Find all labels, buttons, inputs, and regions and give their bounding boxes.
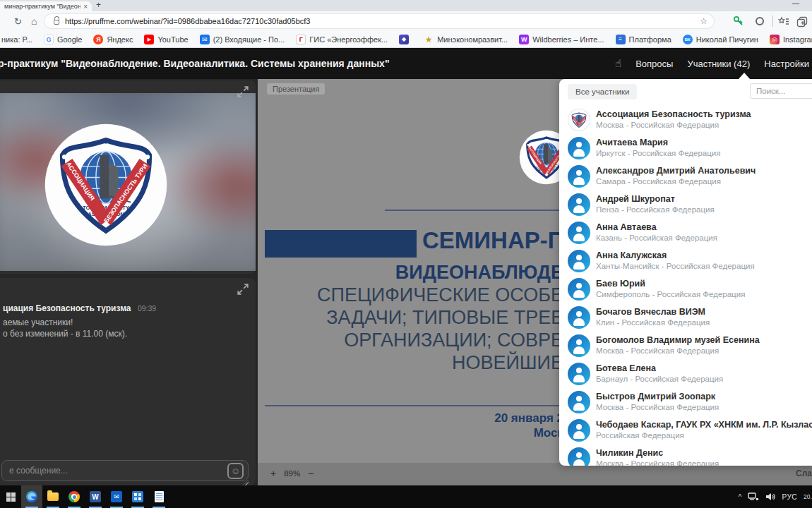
tray-chevron-icon[interactable]: ^ [739,493,742,501]
taskbar-edge[interactable] [21,485,42,508]
person-icon [568,137,590,159]
close-tab-icon[interactable]: × [83,3,88,11]
password-key-icon[interactable] [733,16,744,27]
bookmark-item[interactable]: ★ Минэкономразвит... [424,35,508,44]
person-icon [568,334,590,357]
language-indicator[interactable]: РУС [782,493,797,501]
participant-name: Бочагов Вячеслав ВИЭМ [596,307,705,317]
menu-questions[interactable]: Вопросы [635,59,673,69]
bookmark-favicon: ≡ [616,35,626,44]
start-button[interactable] [0,485,21,508]
bookmark-item[interactable]: ВК Николай Пичугин [683,35,758,44]
taskbar-clock[interactable]: 20. [804,493,812,500]
bookmark-item[interactable]: ▶ YouTube [144,35,188,44]
network-icon[interactable] [748,492,759,502]
bookmark-item[interactable]: ника: Р... [1,35,32,44]
expand-video-icon[interactable] [237,86,249,97]
zoom-out-button[interactable]: − [308,468,314,479]
association-logo [44,123,168,247]
participant-avatar [568,109,590,131]
taskbar-explorer[interactable] [42,485,64,508]
bookmark-item[interactable]: ◎ Instagram [770,35,812,44]
chat-message: циация Безопасность туризма 09:39 аемые … [3,303,250,339]
menu-participants[interactable]: Участники (42) [687,59,750,69]
participant-location: Симферополь - Российская Федерация [596,290,745,298]
favorite-star-icon[interactable]: ☆ [700,16,707,26]
bookmark-item[interactable]: G Google [44,35,82,44]
menu-settings[interactable]: Настройки [764,59,809,69]
webinar-title: р-практикум "Видеонаблюдение. Видеоанали… [0,58,390,69]
zoom-controls: + 89% − [270,468,314,479]
participants-search-input[interactable] [750,83,812,99]
blue-app-icon [132,491,143,502]
participant-name: Александров Дмитрий Анатольевич [596,166,756,176]
participant-row[interactable]: Анна Автаева Казань - Российская Федерац… [559,220,812,248]
emoji-icon[interactable]: ☺ [227,463,244,479]
refresh-icon[interactable]: ↻ [14,16,22,27]
minimize-window-button[interactable]: — [792,0,799,7]
participants-panel: Все участники Ассоциация Безопасность ту… [559,79,812,466]
tab-groups-icon[interactable] [796,16,808,28]
taskbar-mail[interactable]: ✉ [106,485,127,508]
taskbar-chrome[interactable] [64,485,85,508]
participant-location: Москва - Российская Федерация [596,403,719,411]
participant-row[interactable]: Анна Калужская Ханты-Мансийск - Российск… [559,248,812,277]
slide-text-block: ВИДЕОНАБЛЮДЕ СПЕЦИФИЧЕСКИЕ ОСОБЕЗАДАЧИ; … [317,261,563,374]
participant-location: Самара - Российская Федерация [596,177,721,186]
taskbar-app[interactable] [127,485,148,508]
presentation-tab[interactable]: Презентация [267,83,325,95]
bookmark-item[interactable]: ≡ Платформа [616,35,671,44]
participant-row[interactable]: Александров Дмитрий Анатольевич Самара -… [559,164,812,192]
home-icon[interactable]: ⌂ [31,16,37,27]
participant-row[interactable]: Баев Юрий Симферополь - Российская Федер… [559,277,812,305]
participant-location: Иркутск - Российская Федерация [596,149,721,157]
bookmark-item[interactable]: W Wildberries – Инте... [519,35,604,44]
lock-icon [54,20,59,25]
participant-location: Клин - Российская Федерация [596,318,710,327]
bookmark-item[interactable]: Я Яндекс [93,35,133,44]
browser-tab-strip: минар-практикум "Видеона × + — [0,0,812,11]
participant-row[interactable]: Андрей Шкуропат Пенза - Российская Федер… [559,192,812,220]
chat-input[interactable] [8,464,198,478]
participant-avatar [568,193,590,216]
address-bar[interactable]: https://pruffme.com/webinar/?id=0986dbab… [44,13,715,29]
raise-hand-icon[interactable]: ☝ [615,57,621,70]
volume-icon[interactable] [765,492,775,502]
participants-filter-button[interactable]: Все участники [568,84,637,99]
slide-text-line: ОРГАНИЗАЦИИ; СОВРЕ [317,329,563,351]
participant-name: Ассоциация Безопасность туризма [596,109,751,119]
participant-name: Богомолов Владимир музей Есенина [596,335,760,345]
taskbar-notes[interactable] [148,485,169,508]
person-icon [568,278,590,301]
participant-location: Барнаул - Российская Федерация [596,375,723,383]
collections-icon[interactable] [778,16,789,28]
participant-row[interactable]: Ассоциация Безопасность туризма Москва -… [559,107,812,135]
participant-row[interactable]: Чебодаев Каскар, ГАУК РХ «ХНКМ им. Л.Р. … [559,418,812,446]
bookmark-item[interactable]: ✉ (2) Входящие - По... [200,35,285,44]
chat-timestamp: 09:39 [138,304,156,313]
participant-row[interactable]: Чиликин Денис Москва - Российская Федера… [559,446,812,466]
bookmark-item[interactable]: Г ГИС «Энергоэффек... [296,35,388,44]
participant-row[interactable]: Ботева Елена Барнаул - Российская Федера… [559,361,812,389]
browser-tab[interactable]: минар-практикум "Видеона × [0,1,92,11]
participant-row[interactable]: Быстров Дмитрий Зоопарк Москва - Российс… [559,389,812,418]
new-tab-button[interactable]: + [96,0,101,10]
extension-icon[interactable] [756,17,764,25]
person-icon [568,306,590,329]
bookmark-item[interactable]: ◆ [399,35,412,44]
participant-row[interactable]: Богомолов Владимир музей Есенина Москва … [559,333,812,361]
bookmark-favicon: Г [296,35,306,44]
chat-panel: циация Безопасность туризма 09:39 аемые … [0,278,256,485]
taskbar-word[interactable]: W [85,485,106,508]
expand-chat-icon[interactable] [237,284,249,295]
participant-avatar [568,250,590,272]
zoom-in-button[interactable]: + [270,468,276,479]
url-text[interactable]: https://pruffme.com/webinar/?id=0986dbab… [65,17,695,25]
webcam-video [0,93,256,271]
participant-row[interactable]: Ачитаева Мария Иркутск - Российская Феде… [559,135,812,164]
participant-row[interactable]: Бочагов Вячеслав ВИЭМ Клин - Российская … [559,305,812,333]
browser-toolbar: ↻ ⌂ https://pruffme.com/webinar/?id=0986… [0,11,812,31]
folder-icon [47,492,59,501]
bookmark-favicon: G [44,35,54,44]
video-panel [0,80,256,274]
